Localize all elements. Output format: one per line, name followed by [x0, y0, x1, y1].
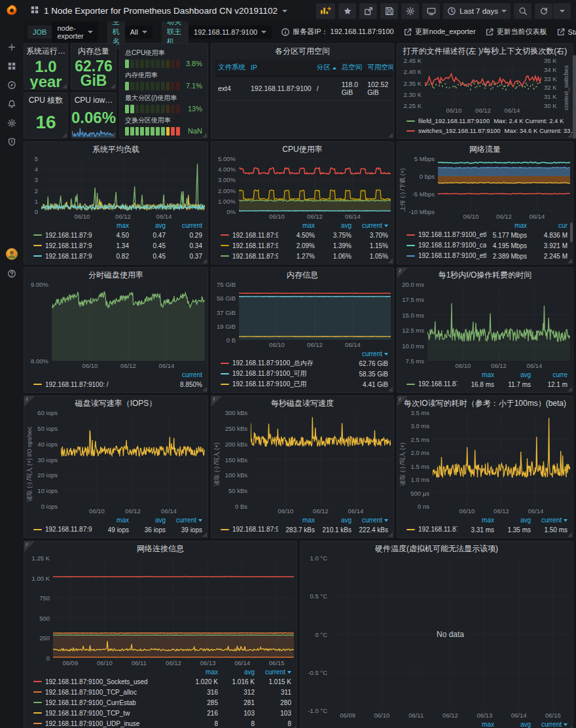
panel-title[interactable]: 每秒磁盘读写速度: [211, 396, 393, 410]
load-plot[interactable]: [41, 158, 205, 211]
legend-header-avg[interactable]: avg: [315, 222, 351, 229]
add-panel-button[interactable]: [316, 3, 335, 19]
sidebar-explore-button[interactable]: [3, 79, 20, 92]
sidebar-avatar[interactable]: [3, 247, 20, 261]
panel-title[interactable]: 硬件温度(虚拟机可能无法显示该项): [300, 541, 573, 556]
tv-mode-button[interactable]: [422, 3, 440, 19]
legend-header-avg[interactable]: avg: [218, 668, 255, 676]
table-header-总空间[interactable]: 总空间: [339, 60, 365, 76]
panel-title[interactable]: 每1秒内I/O操作耗费的时间: [397, 268, 573, 282]
legend-series-label[interactable]: 192.168.11.87:9100_已用: [232, 380, 351, 389]
legend-series-label[interactable]: 192.168.11.87:9100_可用: [232, 369, 351, 378]
legend-header-max[interactable]: max: [458, 371, 494, 378]
io_time-plot[interactable]: [427, 284, 570, 361]
hw_temp-plot[interactable]: No data: [331, 558, 570, 710]
dashboard-title[interactable]: 1 Node Exporter for Prometheus Dashboard…: [44, 6, 278, 16]
iops-plot[interactable]: [61, 412, 205, 506]
disk_usage-plot[interactable]: [52, 284, 205, 361]
legend-header-max[interactable]: max: [458, 517, 494, 524]
panel-title[interactable]: 内存总量: [71, 44, 116, 58]
io_latency-plot[interactable]: [433, 412, 570, 506]
table-header-可用空间[interactable]: 可用空间: [365, 60, 393, 76]
legend-series-label[interactable]: 192.168.11.87:9100: /: [45, 381, 166, 388]
dashboard-settings-button[interactable]: [401, 3, 419, 19]
panel-title[interactable]: 网络流量: [397, 142, 573, 156]
submenu-link-0[interactable]: 更新node_exporter: [403, 27, 476, 37]
legend-series-label[interactable]: 192.168.11.87:9100_TCP_tw: [45, 710, 181, 717]
zoom-out-time-button[interactable]: [514, 3, 531, 19]
panel-title[interactable]: CPU iow…: [71, 93, 116, 107]
table-header-IP[interactable]: IP: [248, 60, 314, 76]
legend-series-label[interactable]: 192.168.11.87:9100_5m: [45, 242, 92, 249]
legend-series-label[interactable]: 192.168.11.87:9100_Total: [232, 232, 278, 239]
submenu-link-2[interactable]: StarsL's Blog: [556, 27, 576, 37]
panel-title[interactable]: CPU 核数: [24, 93, 67, 107]
save-dashboard-button[interactable]: [380, 3, 398, 19]
sidebar-admin-button[interactable]: [3, 136, 20, 149]
legend-header-avg[interactable]: avg: [129, 517, 166, 524]
legend-header-current[interactable]: current: [166, 371, 202, 378]
legend-header-max[interactable]: max: [92, 222, 129, 229]
panel-info-icon[interactable]: i: [211, 396, 222, 407]
sidebar-alerting-button[interactable]: [3, 98, 20, 111]
legend-header-current[interactable]: current: [531, 721, 567, 728]
sidebar-create-button[interactable]: [3, 41, 20, 54]
legend-header-cur[interactable]: cur: [527, 222, 567, 229]
net_conn-plot[interactable]: [53, 558, 294, 658]
filefd-plot[interactable]: [425, 60, 541, 105]
legend-series-label[interactable]: 192.168.11.87:9100_CurrEstab: [45, 699, 181, 706]
legend-header-avg[interactable]: avg: [315, 517, 351, 524]
panel-title[interactable]: 网络连接信息: [24, 541, 297, 556]
legend-series-label[interactable]: 192.168.11.87:9100_1m: [45, 232, 92, 239]
legend-series-label[interactable]: switches_192.168.11.87:9100: [418, 127, 501, 134]
legend-header-max[interactable]: max: [278, 517, 315, 524]
submenu-link-1[interactable]: 更新当前仪表板: [485, 27, 547, 37]
legend-series-label[interactable]: 192.168.11.87:9100_System: [232, 253, 278, 260]
legend-series-label[interactable]: 192.168.11.87:9100_calicbb8dc8aeb4_in下载: [418, 241, 486, 250]
legend-series-label[interactable]: filefd_192.168.11.87:9100: [418, 117, 490, 124]
panel-info-icon[interactable]: i: [397, 268, 408, 278]
legend-header-max[interactable]: max: [181, 668, 218, 676]
legend-series-label[interactable]: 192.168.11.87:9100_UDP_inuse: [45, 720, 181, 727]
panel-info-icon[interactable]: i: [24, 396, 35, 407]
disk_rw-plot[interactable]: [251, 412, 391, 506]
legend-header-current[interactable]: current: [166, 222, 202, 229]
legend-series-label[interactable]: 192.168.11.87:9100_15m: [45, 253, 92, 260]
legend-header-current[interactable]: current: [351, 350, 388, 357]
refresh-button[interactable]: [535, 3, 552, 19]
table-header-分区[interactable]: 分区: [314, 60, 339, 76]
cpu-plot[interactable]: [239, 158, 391, 211]
legend-series-label[interactable]: 192.168.11.87:9100_vda_写入: [418, 525, 458, 534]
panel-title[interactable]: 分时磁盘使用率: [24, 268, 207, 282]
share-button[interactable]: [359, 3, 377, 19]
panel-title[interactable]: 系统运行…: [24, 44, 67, 58]
sidebar-configuration-button[interactable]: [3, 117, 20, 130]
legend-header-current[interactable]: current: [255, 668, 291, 676]
legend-header-curre[interactable]: curre: [531, 371, 567, 378]
legend-series-label[interactable]: 192.168.11.87:9100_User: [232, 242, 278, 249]
sidebar-help-button[interactable]: [3, 267, 20, 280]
legend-header-avg[interactable]: avg: [494, 371, 531, 378]
panel-title[interactable]: 系统平均负载: [24, 142, 207, 156]
var-value-dropdown[interactable]: All: [125, 26, 153, 39]
page-scrollbar[interactable]: [573, 55, 576, 139]
title-caret-icon[interactable]: [282, 10, 287, 12]
legend-series-label[interactable]: 192.168.11.87:9100_vda_每秒I/O操作%: [418, 380, 458, 389]
legend-header-avg[interactable]: avg: [494, 517, 531, 524]
var-value-dropdown[interactable]: 192.168.11.87:9100: [189, 26, 272, 39]
panel-title[interactable]: 磁盘读写速率（IOPS）: [24, 396, 207, 410]
legend-header-max[interactable]: max: [278, 222, 315, 229]
panel-title[interactable]: CPU使用率: [211, 142, 393, 156]
legend-series-label[interactable]: 192.168.11.87:9100_eth0_in下载: [418, 251, 486, 261]
legend-scrollbar[interactable]: [570, 223, 573, 242]
panel-info-icon[interactable]: i: [397, 396, 408, 407]
time-range-button[interactable]: Last 7 days: [443, 3, 511, 19]
legend-series-label[interactable]: 192.168.11.87:9100_TCP_alloc: [45, 689, 181, 696]
panel-title[interactable]: 内存信息: [211, 268, 393, 282]
legend-series-label[interactable]: 192.168.11.87:9100_eth0_out上传: [418, 230, 486, 240]
legend-series-label[interactable]: 192.168.11.87:9100_Sockets_used: [45, 678, 181, 685]
network-plot[interactable]: [438, 158, 570, 211]
legend-header-max[interactable]: max: [486, 222, 527, 229]
legend-header-avg[interactable]: avg: [129, 222, 166, 229]
legend-header-max[interactable]: max: [458, 721, 494, 728]
